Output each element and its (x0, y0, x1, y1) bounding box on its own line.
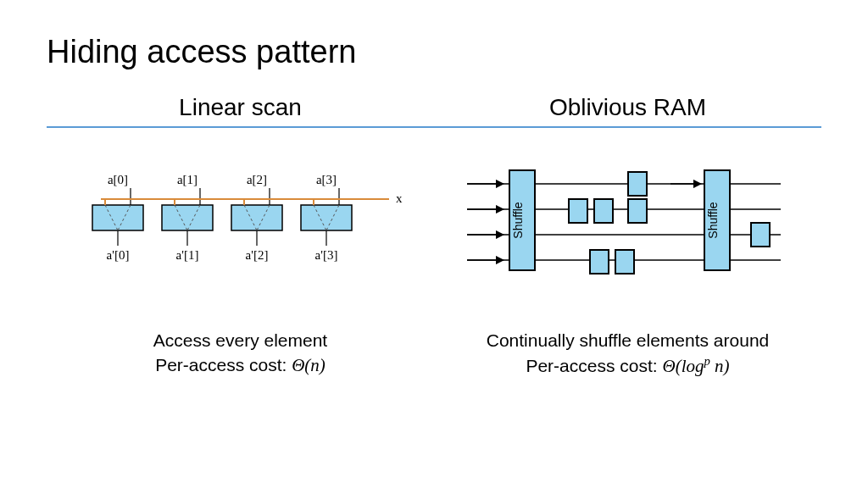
linear-bottom-label: a'[0] (106, 248, 129, 262)
diagram-oblivious-ram: Shuffle Shuffle (434, 158, 821, 286)
linear-top-label: a[0] (107, 173, 127, 186)
svg-rect-33 (594, 199, 613, 223)
diagram-linear-scan: a[0]a'[0]a[1]a'[1]a[2]a'[2]a[3]a'[3] x (47, 158, 434, 286)
diagram-row: a[0]a'[0]a[1]a'[1]a[2]a'[2]a[3]a'[3] x (47, 158, 821, 286)
linear-top-label: a[3] (315, 173, 336, 186)
column-headings: Linear scan Oblivious RAM (47, 94, 821, 128)
caption-oblivious-ram: Continually shuffle elements around Per-… (434, 328, 821, 380)
svg-rect-35 (628, 199, 647, 223)
shuffle-label-2: Shuffle (706, 202, 720, 239)
shuffle-label-1: Shuffle (511, 202, 525, 239)
linear-box-icon (162, 205, 213, 230)
linear-box-icon (301, 205, 352, 230)
page-title: Hiding access pattern (47, 34, 821, 70)
linear-scan-desc: Access every element (47, 328, 434, 352)
linear-top-label: a[2] (246, 173, 266, 186)
svg-rect-34 (628, 172, 647, 196)
linear-bottom-label: a'[1] (175, 248, 198, 262)
heading-oblivious-ram: Oblivious RAM (434, 94, 821, 121)
oram-cost: Per-access cost: Θ(logp n) (434, 352, 821, 379)
linear-box-icon (231, 205, 282, 230)
captions-row: Access every element Per-access cost: Θ(… (47, 328, 821, 380)
heading-linear-scan: Linear scan (47, 94, 434, 121)
caption-linear-scan: Access every element Per-access cost: Θ(… (47, 328, 434, 380)
wire-label-x: x (396, 191, 403, 205)
linear-top-label: a[1] (176, 173, 197, 186)
linear-bottom-label: a'[2] (245, 248, 268, 262)
svg-rect-36 (590, 250, 609, 274)
linear-box-icon (92, 205, 143, 230)
svg-rect-38 (751, 223, 770, 247)
slide: Hiding access pattern Linear scan Oblivi… (0, 0, 868, 488)
svg-rect-32 (569, 199, 587, 223)
linear-bottom-label: a'[3] (314, 248, 337, 262)
oram-desc: Continually shuffle elements around (434, 328, 821, 352)
svg-rect-37 (615, 250, 634, 274)
linear-scan-cost: Per-access cost: Θ(n) (47, 352, 434, 378)
